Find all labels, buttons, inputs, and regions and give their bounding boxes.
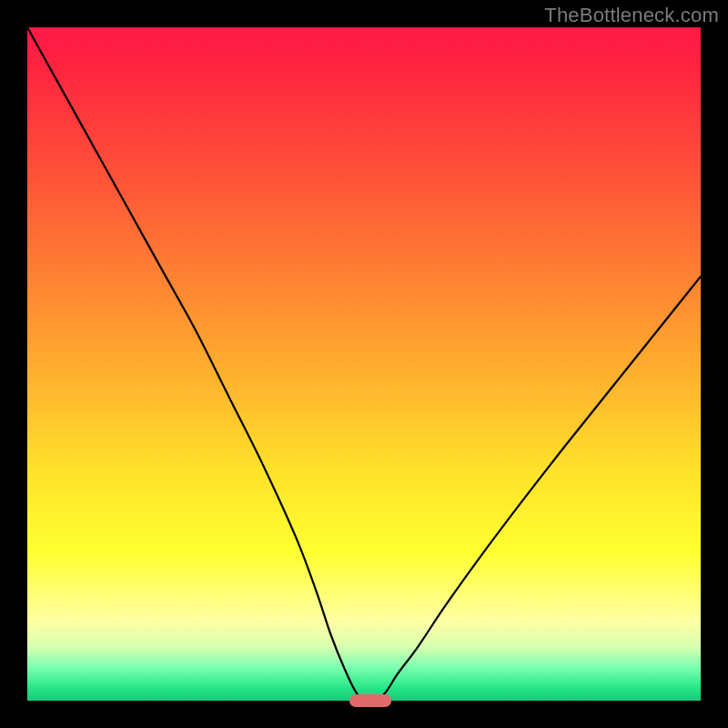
optimal-marker — [349, 694, 391, 707]
curve-path — [27, 27, 701, 701]
bottleneck-curve — [27, 27, 701, 701]
watermark-text: TheBottleneck.com — [544, 4, 719, 27]
plot-area — [27, 27, 701, 701]
chart-frame: TheBottleneck.com — [0, 0, 728, 728]
